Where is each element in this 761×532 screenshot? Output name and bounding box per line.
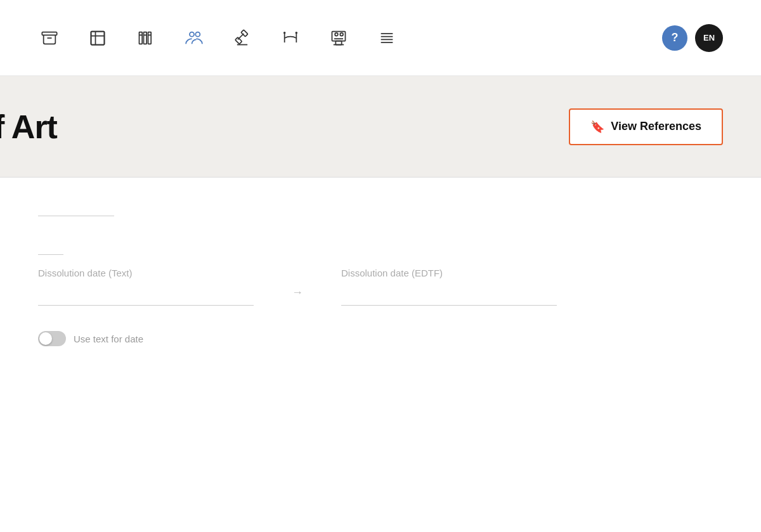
archive-icon[interactable] — [38, 27, 61, 49]
dissolution-edtf-field: Dissolution date (EDTF) — [341, 268, 557, 306]
svg-rect-12 — [235, 37, 242, 44]
svg-rect-3 — [140, 32, 143, 44]
list-icon[interactable] — [375, 27, 398, 49]
svg-rect-18 — [332, 31, 346, 41]
svg-rect-2 — [91, 31, 105, 44]
svg-rect-4 — [144, 32, 147, 44]
svg-point-16 — [283, 32, 286, 34]
svg-rect-5 — [148, 32, 152, 44]
top-divider — [38, 216, 114, 216]
dissolution-text-field: Dissolution date (Text) — [38, 268, 254, 306]
gallery-icon[interactable] — [86, 27, 109, 49]
main-layout: f Art 🔖 View References Dissolution date… — [0, 76, 761, 532]
use-text-date-label: Use text for date — [74, 334, 143, 344]
content-inner: Dissolution date (Text) → Dissolution da… — [38, 216, 609, 346]
svg-point-9 — [190, 32, 194, 36]
bottom-divider — [38, 254, 63, 255]
dissolution-text-label: Dissolution date (Text) — [38, 268, 254, 278]
page-title: f Art — [0, 108, 57, 146]
toggle-thumb — [39, 332, 52, 345]
navbar: ? EN — [0, 0, 761, 76]
content-section: Dissolution date (Text) → Dissolution da… — [0, 178, 761, 532]
language-button[interactable]: EN — [695, 24, 723, 52]
arrow-divider: → — [292, 286, 303, 299]
help-button[interactable]: ? — [662, 25, 687, 51]
dissolution-text-input[interactable] — [38, 283, 254, 306]
svg-point-21 — [335, 32, 338, 36]
users-icon[interactable] — [183, 27, 205, 49]
svg-rect-1 — [91, 31, 105, 44]
svg-point-22 — [340, 32, 343, 36]
svg-point-10 — [195, 32, 200, 36]
header-section: f Art 🔖 View References — [0, 76, 761, 178]
svg-point-17 — [296, 32, 298, 34]
svg-rect-0 — [42, 32, 56, 35]
view-references-label: View References — [611, 120, 701, 133]
view-references-button[interactable]: 🔖 View References — [569, 108, 723, 145]
dissolution-edtf-input[interactable] — [341, 283, 557, 306]
nav-right: ? EN — [662, 24, 723, 52]
use-text-date-toggle[interactable] — [38, 331, 66, 346]
library-icon[interactable] — [134, 27, 157, 49]
use-text-date-row: Use text for date — [38, 331, 609, 346]
nav-icons — [38, 27, 662, 49]
bookmark-icon: 🔖 — [590, 120, 604, 134]
dissolution-date-row: Dissolution date (Text) → Dissolution da… — [38, 268, 609, 306]
gavel-icon[interactable] — [231, 27, 254, 49]
display-icon[interactable] — [327, 27, 350, 49]
barrier-icon[interactable] — [279, 27, 302, 49]
dissolution-edtf-label: Dissolution date (EDTF) — [341, 268, 557, 278]
